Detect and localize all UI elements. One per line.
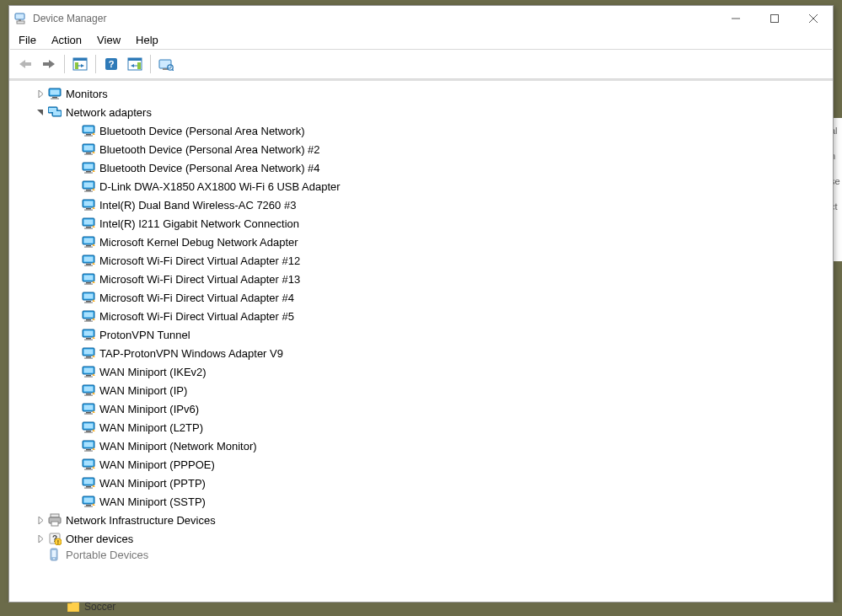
back-button[interactable] bbox=[14, 53, 36, 75]
tree-item[interactable]: TAP-ProtonVPN Windows Adapter V9 bbox=[13, 344, 833, 362]
tree-item-label: WAN Miniport (IP) bbox=[99, 384, 187, 397]
tree-item-label: Portable Devices bbox=[66, 549, 148, 561]
tree-item-label: Bluetooth Device (Personal Area Network) bbox=[99, 125, 305, 137]
menu-help[interactable]: Help bbox=[128, 32, 166, 48]
tree-item[interactable]: WAN Miniport (IKEv2) bbox=[13, 362, 833, 381]
net-icon bbox=[82, 142, 95, 156]
svg-rect-0 bbox=[15, 13, 24, 19]
tree-item[interactable]: Network adapters bbox=[13, 103, 833, 121]
tree-item-label: WAN Miniport (SSTP) bbox=[99, 495, 206, 508]
other-icon bbox=[48, 532, 62, 545]
tree-item[interactable]: D-Link DWA-X1850 AX1800 Wi-Fi 6 USB Adap… bbox=[13, 177, 833, 196]
net-icon bbox=[82, 161, 95, 174]
tree-item-label: WAN Miniport (Network Monitor) bbox=[99, 440, 257, 453]
net-icon bbox=[82, 420, 95, 434]
svg-rect-17 bbox=[137, 62, 141, 69]
minimize-button[interactable] bbox=[716, 6, 755, 31]
tree-item[interactable]: WAN Miniport (PPTP) bbox=[13, 474, 833, 492]
net-icon bbox=[82, 291, 95, 304]
net-icon bbox=[82, 383, 95, 397]
net-icon bbox=[82, 254, 95, 267]
tree-item[interactable]: Microsoft Wi-Fi Direct Virtual Adapter #… bbox=[13, 307, 833, 325]
tree-item-label: Microsoft Wi-Fi Direct Virtual Adapter #… bbox=[99, 310, 294, 323]
net-icon bbox=[82, 402, 95, 415]
scan-hardware-button[interactable] bbox=[124, 53, 146, 75]
menu-file[interactable]: File bbox=[11, 32, 44, 48]
net-icon bbox=[82, 217, 95, 230]
chevron-down-icon[interactable] bbox=[35, 109, 46, 116]
menu-action[interactable]: Action bbox=[44, 32, 89, 48]
toolbar-divider bbox=[95, 55, 96, 73]
help-button[interactable]: ? bbox=[100, 53, 122, 75]
svg-rect-8 bbox=[43, 62, 49, 66]
tree-item[interactable]: Network Infrastructure Devices bbox=[13, 511, 833, 529]
net-icon bbox=[82, 328, 95, 341]
tree-item[interactable]: Intel(R) I211 Gigabit Network Connection bbox=[13, 214, 833, 233]
menubar: File Action View Help bbox=[9, 31, 833, 49]
tree-item-label: Intel(R) I211 Gigabit Network Connection bbox=[99, 217, 299, 230]
svg-rect-2 bbox=[19, 19, 21, 21]
svg-rect-19 bbox=[159, 60, 171, 68]
svg-rect-20 bbox=[163, 68, 168, 70]
tree-item[interactable]: Microsoft Wi-Fi Direct Virtual Adapter #… bbox=[13, 251, 833, 270]
tree-item[interactable]: Microsoft Wi-Fi Direct Virtual Adapter #… bbox=[13, 288, 833, 307]
tree-item-label: Bluetooth Device (Personal Area Network)… bbox=[99, 162, 320, 174]
toolbar: ? bbox=[9, 50, 833, 79]
tree-item[interactable]: Bluetooth Device (Personal Area Network)… bbox=[13, 140, 833, 158]
svg-rect-10 bbox=[73, 58, 87, 61]
maximize-button[interactable] bbox=[755, 6, 794, 31]
tree-item-label: Microsoft Kernel Debug Network Adapter bbox=[99, 236, 298, 249]
tree-item[interactable]: ProtonVPN Tunnel bbox=[13, 325, 833, 344]
net-icon bbox=[82, 365, 95, 378]
chevron-right-icon[interactable] bbox=[35, 517, 46, 524]
tree-item-label: Network Infrastructure Devices bbox=[66, 514, 216, 527]
tree-item[interactable]: Portable Devices bbox=[13, 548, 833, 561]
tree-item-label: WAN Miniport (PPTP) bbox=[99, 477, 206, 490]
toolbar-divider bbox=[150, 55, 151, 73]
tree-item[interactable]: Microsoft Wi-Fi Direct Virtual Adapter #… bbox=[13, 270, 833, 288]
device-manager-window: Device Manager File Action View Help ? bbox=[8, 5, 834, 603]
device-tree[interactable]: MonitorsNetwork adaptersBluetooth Device… bbox=[9, 81, 833, 602]
properties-button[interactable] bbox=[155, 53, 177, 75]
tree-item[interactable]: Intel(R) Dual Band Wireless-AC 7260 #3 bbox=[13, 196, 833, 214]
tree-item[interactable]: Microsoft Kernel Debug Network Adapter bbox=[13, 233, 833, 251]
tree-item-label: WAN Miniport (IPv6) bbox=[99, 403, 199, 415]
net-icon bbox=[82, 235, 95, 249]
app-icon bbox=[14, 12, 28, 25]
forward-button[interactable] bbox=[38, 53, 60, 75]
monitor-icon bbox=[48, 87, 62, 100]
tree-item-label: TAP-ProtonVPN Windows Adapter V9 bbox=[99, 347, 283, 360]
tree-item[interactable]: Other devices bbox=[13, 529, 833, 548]
tree-item[interactable]: WAN Miniport (L2TP) bbox=[13, 418, 833, 437]
tree-item[interactable]: WAN Miniport (IP) bbox=[13, 381, 833, 399]
net-icon bbox=[82, 346, 95, 360]
tree-item-label: Monitors bbox=[66, 88, 108, 100]
svg-line-22 bbox=[172, 69, 174, 71]
net-icon bbox=[82, 495, 95, 508]
tree-item[interactable]: WAN Miniport (SSTP) bbox=[13, 492, 833, 511]
net-icon bbox=[82, 309, 95, 323]
close-button[interactable] bbox=[794, 6, 833, 31]
tree-item-label: WAN Miniport (PPPOE) bbox=[99, 458, 215, 471]
window-title: Device Manager bbox=[33, 13, 106, 24]
tree-item[interactable]: Bluetooth Device (Personal Area Network)… bbox=[13, 158, 833, 177]
chevron-right-icon[interactable] bbox=[35, 535, 46, 543]
tree-item[interactable]: WAN Miniport (IPv6) bbox=[13, 399, 833, 418]
tree-item-label: Other devices bbox=[66, 533, 133, 545]
show-hide-tree-button[interactable] bbox=[69, 53, 91, 75]
tree-item[interactable]: Monitors bbox=[13, 84, 833, 103]
net-icon bbox=[82, 439, 95, 453]
tree-item[interactable]: WAN Miniport (PPPOE) bbox=[13, 455, 833, 474]
tree-item[interactable]: WAN Miniport (Network Monitor) bbox=[13, 437, 833, 455]
toolbar-divider bbox=[64, 55, 65, 73]
tree-item-label: Microsoft Wi-Fi Direct Virtual Adapter #… bbox=[99, 292, 294, 304]
chevron-right-icon[interactable] bbox=[35, 90, 46, 98]
svg-rect-1 bbox=[17, 21, 24, 24]
window-controls bbox=[716, 6, 833, 31]
tree-item-label: Microsoft Wi-Fi Direct Virtual Adapter #… bbox=[99, 273, 300, 286]
menu-view[interactable]: View bbox=[89, 32, 128, 48]
tree-item[interactable]: Bluetooth Device (Personal Area Network) bbox=[13, 121, 833, 140]
tree-item-label: Intel(R) Dual Band Wireless-AC 7260 #3 bbox=[99, 199, 296, 212]
net-icon bbox=[82, 476, 95, 490]
titlebar[interactable]: Device Manager bbox=[9, 6, 833, 31]
